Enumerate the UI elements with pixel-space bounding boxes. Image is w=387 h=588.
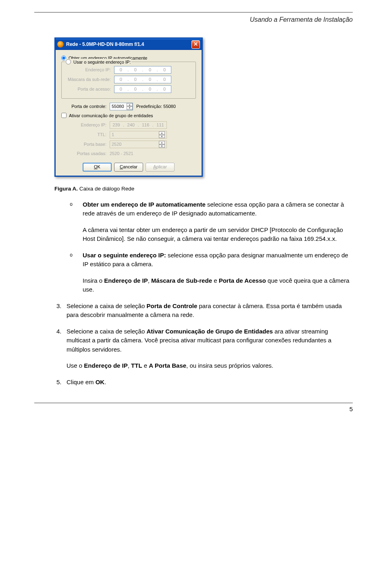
term-strong: Usar o seguinte endereço IP: xyxy=(83,252,166,259)
spinner-icon[interactable]: ▲▼ xyxy=(127,103,133,110)
list-item: Obter um endereço de IP automaticamente … xyxy=(83,200,353,218)
base-port-input: 2520 ▲▼ xyxy=(110,141,167,148)
ip-octet: 116 xyxy=(142,122,149,128)
label-access-port: Porta de acesso: xyxy=(66,86,114,93)
multicast-checkbox[interactable] xyxy=(61,113,67,118)
body-text: A câmera vai tentar obter um endereço a … xyxy=(83,226,353,244)
label-mc-ip: Endereço IP: xyxy=(61,122,110,128)
list-item: Usar o seguinte endereço IP: selecione e… xyxy=(83,251,353,269)
apply-button: Aplicar xyxy=(146,163,175,172)
spinner-icon: ▲▼ xyxy=(159,131,165,138)
dialog-body: Obter um endereço IP automaticamente Usa… xyxy=(56,50,202,176)
ip-input[interactable]: 0. 0. 0. 0 xyxy=(114,66,171,74)
dialog-title: Rede - 5.0MP-HD-DN 8-80mm f/1.4 xyxy=(66,41,191,48)
ip-octet: 111 xyxy=(156,122,164,128)
ip-octet: 0 xyxy=(117,86,125,93)
base-port-value: 2520 xyxy=(112,141,121,148)
ip-octet: 0 xyxy=(131,76,140,83)
cancel-button[interactable]: Cancelar xyxy=(114,163,143,172)
label-mask: Máscara da sub-rede: xyxy=(66,76,114,83)
term-strong: Obter um endereço de IP automaticamente xyxy=(83,201,206,208)
pushpin-icon xyxy=(57,41,64,48)
used-ports-value: 2520 - 2521 xyxy=(110,150,133,157)
control-port-value: 55080 xyxy=(112,103,124,110)
ttl-input: 1 ▲▼ xyxy=(110,131,167,139)
step-5: 5. Clique em OK. xyxy=(56,378,353,387)
ip-octet: 239 xyxy=(112,122,120,128)
step-4: 4. Selecione a caixa de seleção Ativar C… xyxy=(56,327,353,371)
multicast-ip-input: 239 . 240 . 116 . 111 xyxy=(110,121,167,129)
ip-octet: 0 xyxy=(146,86,154,93)
radio-static-ip[interactable] xyxy=(66,59,71,64)
ip-octet: 0 xyxy=(117,76,125,83)
header-rule xyxy=(34,12,353,12)
ok-button[interactable]: OK xyxy=(83,163,112,172)
ip-octet: 0 xyxy=(146,76,154,83)
ip-octet: 0 xyxy=(160,66,169,73)
subnet-mask-input[interactable]: 0. 0. 0. 0 xyxy=(114,76,171,83)
label-base-port: Porta base: xyxy=(61,141,110,148)
label-control-port: Porta de controle: xyxy=(61,103,110,110)
label-used-ports: Portas usadas: xyxy=(61,150,110,157)
ip-octet: 0 xyxy=(160,76,169,83)
access-port-input[interactable]: 0. 0. 0. 0 xyxy=(114,85,171,93)
footer-rule xyxy=(34,403,353,403)
control-port-input[interactable]: 55080 ▲▼ xyxy=(110,103,133,110)
step-3: 3. Selecione a caixa de seleção Porta de… xyxy=(56,302,353,320)
figure-caption: Figura A. Caixa de diálogo Rede xyxy=(54,185,353,193)
ttl-value: 1 xyxy=(112,131,114,138)
ip-octet: 240 xyxy=(127,122,135,128)
close-icon[interactable]: ✕ xyxy=(191,40,200,49)
label-ttl: TTL: xyxy=(61,131,110,138)
ip-octet: 0 xyxy=(131,86,140,93)
multicast-label: Ativar comunicação de grupo de entidades xyxy=(69,112,153,119)
ip-octet: 0 xyxy=(131,66,140,73)
header-title: Usando a Ferramenta de Instalação xyxy=(34,15,353,25)
ip-octet: 0 xyxy=(160,86,169,93)
predef-label: Predefinição: 55080 xyxy=(136,103,176,110)
static-ip-group: Usar o seguinte endereço IP: Endereço IP… xyxy=(61,62,196,99)
page-number: 5 xyxy=(34,405,353,414)
titlebar: Rede - 5.0MP-HD-DN 8-80mm f/1.4 ✕ xyxy=(56,39,202,50)
ip-octet: 0 xyxy=(146,66,154,73)
body-text: Insira o Endereço de IP, Máscara de Sub-… xyxy=(83,276,353,294)
radio-static-label: Usar o seguinte endereço IP: xyxy=(73,59,131,66)
spinner-icon: ▲▼ xyxy=(159,141,165,148)
label-ip: Endereço IP: xyxy=(66,66,114,73)
ip-octet: 0 xyxy=(117,66,125,73)
network-dialog: Rede - 5.0MP-HD-DN 8-80mm f/1.4 ✕ Obter … xyxy=(54,37,203,177)
